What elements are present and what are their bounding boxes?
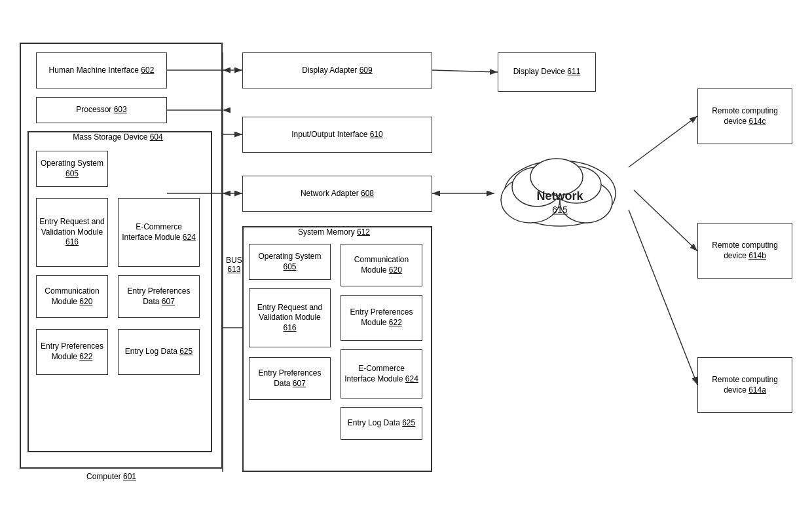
comm-left-label: Communication Module 620 (39, 286, 105, 307)
entry-pref-left-box: Entry Preferences Module 622 (36, 329, 108, 375)
remote-c-label: Remote computing device 614c (701, 106, 789, 126)
io-interface-label: Input/Output Interface 610 (291, 130, 382, 140)
svg-line-20 (629, 116, 697, 167)
ecommerce-left-box: E-Commerce Interface Module 624 (118, 198, 200, 267)
network-adapter-label: Network Adapter 608 (301, 189, 374, 199)
remote-b-label: Remote computing device 614b (701, 241, 789, 261)
entry-pref-mem-label: Entry Preferences Module 622 (344, 307, 419, 328)
system-memory-label: System Memory 612 (282, 227, 386, 237)
os-left-label: Operating System 605 (39, 159, 105, 179)
os-mem-box: Operating System 605 (249, 244, 331, 280)
entry-req-left-box: Entry Request and Validation Module 616 (36, 198, 108, 267)
svg-text:Network: Network (536, 189, 583, 203)
ecommerce-left-label: E-Commerce Interface Module 624 (121, 222, 196, 243)
network-cloud: Network 615 (485, 138, 635, 249)
svg-line-21 (634, 190, 697, 251)
display-device-box: Display Device 611 (498, 52, 596, 92)
entry-pref-data-left-label: Entry Preferences Data 607 (121, 286, 196, 307)
entry-log-mem-label: Entry Log Data 625 (348, 418, 415, 429)
svg-line-22 (629, 210, 697, 385)
mass-storage-label: Mass Storage Device 604 (59, 132, 177, 142)
display-adapter-box: Display Adapter 609 (242, 52, 432, 88)
processor-label: Processor 603 (76, 105, 126, 115)
entry-req-mem-label: Entry Request and Validation Module 616 (252, 303, 327, 334)
computer-number: 601 (123, 472, 136, 481)
entry-pref-left-label: Entry Preferences Module 622 (39, 341, 105, 362)
entry-pref-data-mem-label: Entry Preferences Data 607 (252, 368, 327, 389)
io-interface-box: Input/Output Interface 610 (242, 117, 432, 153)
entry-pref-data-left-box: Entry Preferences Data 607 (118, 275, 200, 318)
entry-req-left-label: Entry Request and Validation Module 616 (39, 217, 105, 248)
comm-mem-label: Communication Module 620 (344, 255, 419, 275)
entry-pref-data-mem-box: Entry Preferences Data 607 (249, 357, 331, 400)
entry-log-left-box: Entry Log Data 625 (118, 329, 200, 375)
network-adapter-box: Network Adapter 608 (242, 176, 432, 212)
bus-label: BUS613 (226, 256, 242, 274)
comm-mem-box: Communication Module 620 (341, 244, 422, 286)
display-adapter-label: Display Adapter 609 (302, 66, 372, 76)
remote-b-box: Remote computing device 614b (697, 223, 792, 279)
hmi-box: Human Machine Interface 602 (36, 52, 167, 88)
entry-log-mem-box: Entry Log Data 625 (341, 407, 422, 440)
svg-line-18 (432, 70, 498, 72)
svg-text:615: 615 (552, 204, 568, 215)
remote-a-box: Remote computing device 614a (697, 357, 792, 413)
comm-left-box: Communication Module 620 (36, 275, 108, 318)
os-mem-label: Operating System 605 (252, 252, 327, 272)
ecommerce-mem-box: E-Commerce Interface Module 624 (341, 349, 422, 399)
entry-log-left-label: Entry Log Data 625 (125, 347, 193, 357)
ecommerce-mem-label: E-Commerce Interface Module 624 (344, 364, 419, 384)
os-left-box: Operating System 605 (36, 151, 108, 187)
display-device-label: Display Device 611 (513, 67, 581, 77)
hmi-label: Human Machine Interface 602 (49, 66, 155, 76)
entry-pref-mem-box: Entry Preferences Module 622 (341, 295, 422, 341)
remote-c-box: Remote computing device 614c (697, 88, 792, 144)
remote-a-label: Remote computing device 614a (701, 375, 789, 395)
entry-req-mem-box: Entry Request and Validation Module 616 (249, 288, 331, 347)
computer-label: Computer 601 (52, 472, 170, 481)
processor-box: Processor 603 (36, 97, 167, 123)
